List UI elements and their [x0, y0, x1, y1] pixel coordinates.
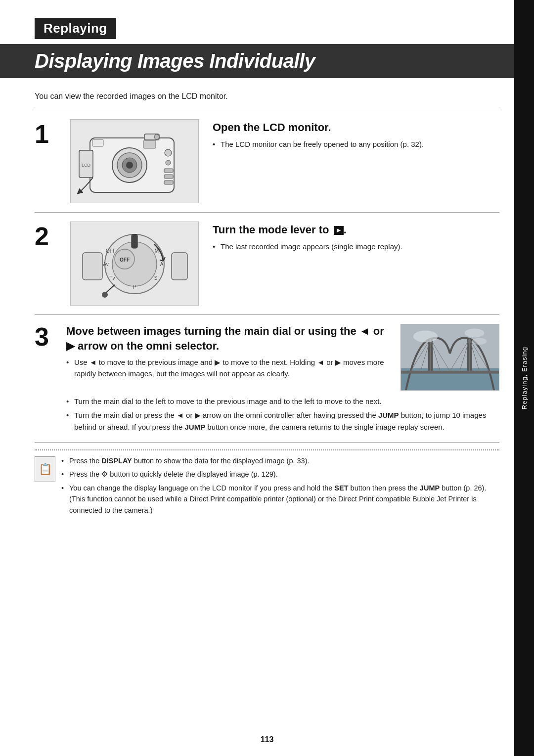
note-bullet-3: You can change the display language on t… — [61, 483, 499, 516]
svg-text:Tv: Tv — [109, 275, 115, 281]
step-3-image — [400, 324, 499, 391]
svg-text:OFF: OFF — [106, 248, 116, 254]
svg-point-31 — [102, 292, 108, 298]
step-2-content: Turn the mode lever to ▶. The last recor… — [213, 222, 499, 255]
step-1-image: LCD — [70, 119, 199, 203]
svg-rect-29 — [83, 253, 102, 280]
main-title-bar: Displaying Images Individually — [0, 44, 534, 78]
svg-text:A: A — [160, 262, 164, 267]
svg-point-6 — [154, 134, 159, 139]
svg-text:OFF: OFF — [120, 257, 130, 263]
step-1-number: 1 — [35, 121, 56, 147]
note-content: Press the DISPLAY button to show the dat… — [61, 455, 499, 518]
step-2-number: 2 — [35, 223, 56, 249]
mode-lever-illustration: ▶ M A S P Tv Av OFF OFF — [75, 225, 194, 302]
svg-rect-15 — [164, 180, 173, 184]
step-1-row: 1 LCD — [35, 110, 499, 213]
dotted-separator — [35, 449, 499, 450]
svg-text:S: S — [154, 275, 158, 281]
step-1-heading: Open the LCD monitor. — [213, 121, 499, 134]
step-3-bullet-2: Turn the main dial to the left to move t… — [66, 396, 499, 407]
svg-point-48 — [465, 329, 485, 338]
svg-point-12 — [166, 160, 171, 165]
page-title: Displaying Images Individually — [35, 50, 499, 72]
svg-rect-13 — [164, 169, 173, 173]
note-icon: 📋 — [35, 456, 55, 482]
intro-text: You can view the recorded images on the … — [35, 92, 499, 101]
step-3-heading: Move between images turning the main dia… — [66, 324, 391, 353]
page-wrapper: Replaying Displaying Images Individually… — [0, 0, 534, 756]
step-3-top: 3 Move between images turning the main d… — [35, 324, 499, 391]
bridge-photo — [401, 324, 499, 391]
svg-rect-28 — [132, 234, 137, 248]
sidebar-label: Replaying, Erasing — [521, 347, 528, 409]
camera-illustration: LCD — [75, 123, 194, 200]
step-1-bullet-1: The LCD monitor can be freely opened to … — [213, 139, 499, 150]
step-3-row: 3 Move between images turning the main d… — [35, 315, 499, 443]
note-box: 📋 Press the DISPLAY button to show the d… — [35, 455, 499, 528]
svg-point-47 — [413, 331, 438, 343]
step-3-number: 3 — [35, 324, 56, 350]
svg-text:P: P — [133, 284, 136, 290]
svg-rect-7 — [92, 139, 103, 146]
svg-text:LCD: LCD — [82, 163, 91, 168]
note-bullet-1: Press the DISPLAY button to show the dat… — [61, 455, 499, 466]
svg-point-11 — [165, 149, 172, 156]
right-sidebar: Replaying, Erasing — [514, 0, 534, 756]
step-2-bullet-1: The last recorded image appears (single … — [213, 241, 499, 253]
replaying-badge: Replaying — [35, 18, 116, 39]
step-3-bullet-3: Turn the main dial or press the ◄ or ▶ a… — [66, 409, 499, 433]
step-2-row: 2 ▶ M A S P Tv Av OFF OFF — [35, 213, 499, 315]
step-1-content: Open the LCD monitor. The LCD monitor ca… — [213, 119, 499, 152]
svg-rect-30 — [172, 253, 187, 280]
play-icon: ▶ — [334, 226, 344, 235]
step-3-full-bullets: Turn the main dial to the left to move t… — [66, 396, 499, 433]
svg-point-49 — [472, 338, 487, 345]
step-3-bullets-left: Use ◄ to move to the previous image and … — [66, 357, 391, 379]
page-number: 113 — [261, 735, 274, 744]
step-2-bullets: The last recorded image appears (single … — [213, 241, 499, 253]
svg-point-4 — [126, 162, 133, 169]
note-bullet-2: Press the ⚙ button to quickly delete the… — [61, 469, 499, 480]
svg-rect-14 — [164, 175, 173, 178]
step-2-heading: Turn the mode lever to ▶. — [213, 223, 499, 236]
step-1-bullets: The LCD monitor can be freely opened to … — [213, 139, 499, 150]
step-2-image: ▶ M A S P Tv Av OFF OFF — [70, 222, 199, 306]
svg-text:Av: Av — [103, 262, 109, 267]
svg-rect-8 — [143, 140, 156, 148]
step-3-bullet-1: Use ◄ to move to the previous image and … — [66, 357, 391, 379]
step-3-heading-block: Move between images turning the main dia… — [66, 324, 391, 381]
